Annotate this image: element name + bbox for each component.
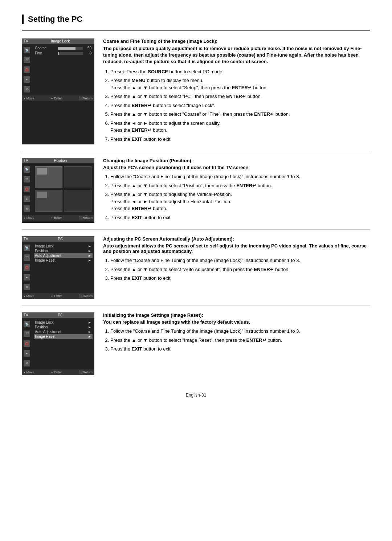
tv-icon-signal-2: 📡 bbox=[24, 166, 30, 173]
tv-icon-signal: 📡 bbox=[24, 47, 30, 53]
tv-row-fine: Fine 0 bbox=[35, 51, 91, 55]
tv-fine-value: 0 bbox=[84, 51, 91, 55]
list-item: Press the EXIT button to exit. bbox=[110, 136, 370, 143]
tv-icons-1: 📡 🎬 ⭕ ● ⚙ bbox=[22, 44, 32, 95]
tv-main-3: 📡 🎬 ⭕ ● ⚙ Image Lock► Position► Auto Adj… bbox=[22, 242, 94, 293]
list-item: Press the ENTER↵ button to select "Image… bbox=[110, 102, 370, 109]
tv-icon-circle-2: ⭕ bbox=[24, 186, 30, 192]
tv-screen-image-lock: TV Image Lock 📡 🎬 ⭕ ● ⚙ Coarse 50 bbox=[22, 38, 94, 144]
list-item: Press the ▲ or ▼ button to select "Posit… bbox=[110, 182, 370, 189]
tv-footer-move-4: ⬧ Move bbox=[24, 370, 34, 374]
tv-footer-enter-1: ↵Enter bbox=[51, 97, 62, 100]
section1-content: Coarse and Fine Tuning of the Image (Ima… bbox=[103, 38, 370, 144]
tv-fine-label: Fine bbox=[35, 51, 57, 55]
enter-label: ENTER↵ bbox=[132, 103, 152, 108]
list-item: Press the ▲ or ▼ button to adjusting the… bbox=[110, 191, 370, 212]
exit-label: EXIT bbox=[132, 136, 142, 142]
tv-label-3: TV bbox=[24, 237, 28, 241]
list-item: Press the ◄ or ► button to adjust the sc… bbox=[110, 120, 370, 134]
tv-label-4: TV bbox=[24, 313, 28, 317]
enter-label: ENTER↵ bbox=[236, 183, 256, 188]
enter-label: ENTER↵ bbox=[254, 267, 274, 272]
tv-icon-dot: ● bbox=[24, 76, 30, 83]
exit-label: EXIT bbox=[132, 275, 142, 281]
tv-icon-film: 🎬 bbox=[24, 57, 30, 63]
tv-coarse-bar bbox=[58, 47, 83, 50]
enter-label: ENTER↵ bbox=[226, 94, 246, 99]
tv-icon-dot-4: ● bbox=[24, 350, 30, 357]
pc-menu-imagereset: Image Reset► bbox=[35, 258, 91, 263]
tv-main-1: 📡 🎬 ⭕ ● ⚙ Coarse 50 Fine bbox=[22, 44, 94, 95]
pc-menu-imagelock: Image Lock► bbox=[35, 244, 91, 249]
enter-label: ENTER↵ bbox=[254, 111, 274, 117]
section3-intro: Auto adjustment allows the PC screen of … bbox=[103, 243, 370, 254]
section-image-reset: TV PC 📡 🎬 ⭕ ● ⚙ Image Lock► Position► A bbox=[22, 312, 370, 382]
tv-footer-enter-2: ↵Enter bbox=[51, 216, 62, 220]
tv-label-2: TV bbox=[24, 159, 28, 163]
section1-steps: Preset: Press the SOURCE button to selec… bbox=[103, 68, 370, 143]
tv-footer-3: ⬧ Move ↵Enter ⬛Return bbox=[22, 293, 94, 299]
tv-icon-circle: ⭕ bbox=[24, 66, 30, 73]
list-item: Press the EXIT button to exit. bbox=[110, 345, 370, 353]
tv-icon-gear-4: ⚙ bbox=[24, 360, 30, 366]
section4-intro: You can replace all image settings with … bbox=[103, 319, 370, 325]
tv-header-4: TV PC bbox=[22, 312, 94, 318]
tv-coarse-value: 50 bbox=[84, 46, 91, 50]
tv-body-1: Coarse 50 Fine 0 bbox=[32, 44, 94, 95]
list-item: Follow the "Coarse and Fine Tuning of th… bbox=[110, 173, 370, 180]
section1-heading: Coarse and Fine Tuning of the Image (Ima… bbox=[103, 38, 370, 44]
pos-box-tl bbox=[35, 166, 62, 188]
pos-inner-tl bbox=[37, 168, 47, 175]
tv-coarse-fill bbox=[58, 47, 75, 50]
list-item: Press the ▲ or ▼ button to select "Image… bbox=[110, 337, 370, 344]
list-item: Press the ▲ or ▼ button to select "Coars… bbox=[110, 111, 370, 118]
pos-box-br bbox=[64, 190, 91, 212]
tv-fine-fill bbox=[58, 52, 59, 55]
tv-icon-gear: ⚙ bbox=[24, 86, 30, 93]
section2-heading: Changing the Image Position (Position): bbox=[103, 158, 370, 163]
section3-steps: Follow the "Coarse and Fine Tuning of th… bbox=[103, 257, 370, 282]
tv-fine-bar bbox=[58, 52, 83, 55]
pc-menu-4-imagereset: Image Reset► bbox=[34, 334, 93, 339]
tv-title-4: PC bbox=[58, 313, 63, 317]
tv-icon-signal-4: 📡 bbox=[24, 321, 30, 327]
pos-inner-bl bbox=[37, 192, 47, 198]
section-auto-adjustment: TV PC 📡 🎬 ⭕ ● ⚙ Image Lock► Position► A bbox=[22, 236, 370, 306]
list-item: Press the EXIT button to exit. bbox=[110, 214, 370, 221]
menu-label: MENU bbox=[132, 78, 146, 83]
tv-screen-auto: TV PC 📡 🎬 ⭕ ● ⚙ Image Lock► Position► A bbox=[22, 236, 94, 299]
tv-footer-return-1: ⬛Return bbox=[79, 97, 93, 100]
tv-row-coarse: Coarse 50 bbox=[35, 46, 91, 50]
section2-content: Changing the Image Position (Position): … bbox=[103, 158, 370, 223]
tv-footer-return-3: ⬛Return bbox=[79, 294, 93, 298]
section2-steps: Follow the "Coarse and Fine Tuning of th… bbox=[103, 173, 370, 221]
pc-menu-4-position: Position► bbox=[35, 325, 91, 329]
tv-screen-position: TV Position 📡 🎬 ⭕ ● ⚙ bbox=[22, 158, 94, 223]
section3-content: Adjusting the PC Screen Automatically (A… bbox=[103, 236, 370, 299]
section4-steps: Follow the "Coarse and Fine Tuning of th… bbox=[103, 328, 370, 353]
tv-footer-4: ⬧ Move ↵Enter ⬛Return bbox=[22, 369, 94, 375]
tv-footer-return-4: ⬛Return bbox=[79, 370, 93, 374]
section-position: TV Position 📡 🎬 ⭕ ● ⚙ bbox=[22, 158, 370, 230]
list-item: Press the ▲ or ▼ button to select "PC", … bbox=[110, 93, 370, 100]
tv-icon-film-3: 🎬 bbox=[24, 254, 30, 261]
tv-icon-signal-3: 📡 bbox=[24, 245, 30, 251]
tv-screen-reset: TV PC 📡 🎬 ⭕ ● ⚙ Image Lock► Position► A bbox=[22, 312, 94, 375]
tv-header-3: TV PC bbox=[22, 236, 94, 242]
tv-title-1: Image Lock bbox=[51, 39, 70, 43]
tv-main-4: 📡 🎬 ⭕ ● ⚙ Image Lock► Position► Auto Adj… bbox=[22, 318, 94, 369]
enter-label: ENTER↵ bbox=[232, 85, 252, 90]
list-item: Preset: Press the SOURCE button to selec… bbox=[110, 68, 370, 75]
section2-intro: Adjust the PC's screen positioning if it… bbox=[103, 165, 370, 170]
tv-icon-film-2: 🎬 bbox=[24, 176, 30, 183]
page-number: English-31 bbox=[22, 393, 370, 398]
section3-heading: Adjusting the PC Screen Automatically (A… bbox=[103, 236, 370, 242]
exit-label: EXIT bbox=[132, 215, 142, 220]
page-title: Setting the PC bbox=[22, 15, 370, 24]
list-item: Press the ▲ or ▼ button to select "Auto … bbox=[110, 266, 370, 273]
tv-icons-4: 📡 🎬 ⭕ ● ⚙ bbox=[22, 318, 32, 369]
source-label: SOURCE bbox=[148, 69, 168, 74]
section4-content: Initializing the Image Settings (Image R… bbox=[103, 312, 370, 375]
pc-menu-4-autoadjust: Auto Adjustment► bbox=[35, 329, 91, 334]
pos-box-tr bbox=[64, 166, 91, 188]
